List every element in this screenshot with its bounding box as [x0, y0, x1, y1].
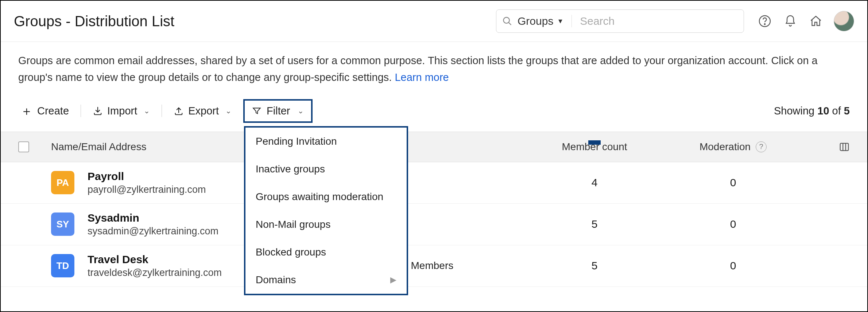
table-row[interactable]: TD Travel Desk traveldesk@zylkertraining…: [1, 245, 867, 287]
table-row[interactable]: PA Payroll payroll@zylkertraining.com Me…: [1, 162, 867, 204]
import-icon: [93, 106, 103, 116]
svg-rect-4: [840, 143, 849, 151]
chevron-down-icon: ⌄: [225, 106, 232, 115]
chevron-down-icon: ⌄: [298, 106, 304, 115]
avatar[interactable]: [834, 11, 854, 31]
group-avatar: PA: [51, 171, 74, 194]
page-description: Groups are common email addresses, share…: [1, 42, 867, 86]
filter-option-blocked-groups[interactable]: Blocked groups: [245, 238, 407, 266]
showing-count: Showing 10 of 5: [774, 105, 850, 117]
group-email: traveldesk@zylkertraining.com: [88, 267, 222, 278]
svg-point-0: [504, 17, 509, 23]
home-icon[interactable]: [808, 13, 824, 29]
table-header: Name/Email Address ? Member count Modera…: [1, 132, 867, 162]
group-email: sysadmin@zylkertraining.com: [88, 226, 218, 237]
create-button[interactable]: ＋ Create: [18, 102, 71, 119]
help-icon[interactable]: ?: [756, 141, 767, 152]
filter-button[interactable]: Filter ⌄: [243, 99, 312, 123]
import-button[interactable]: Import ⌄: [90, 103, 152, 119]
group-avatar: SY: [51, 212, 74, 236]
group-email: payroll@zylkertraining.com: [88, 184, 206, 195]
chevron-down-icon: ⌄: [144, 106, 150, 115]
filter-icon: [252, 106, 261, 116]
group-moderation: 0: [664, 176, 802, 189]
help-icon[interactable]: [757, 13, 772, 29]
search-scope-label: Groups: [518, 15, 553, 27]
group-name[interactable]: Sysadmin: [88, 212, 218, 224]
table-row[interactable]: SY Sysadmin sysadmin@zylkertraining.com …: [1, 204, 867, 245]
group-name[interactable]: Payroll: [88, 170, 206, 183]
search-icon: [502, 16, 512, 26]
plus-icon: ＋: [20, 105, 33, 117]
chevron-right-icon: ▶: [390, 275, 396, 285]
search-box[interactable]: Groups ▼: [496, 9, 744, 33]
column-member-count[interactable]: Member count: [525, 141, 664, 153]
group-moderation: 0: [664, 260, 802, 272]
group-member-count: 5: [525, 218, 664, 230]
column-moderation[interactable]: Moderation ?: [664, 141, 802, 153]
filter-dropdown: Pending Invitation Inactive groups Group…: [244, 126, 408, 295]
group-member-count: 4: [525, 176, 664, 189]
page-title: Groups - Distribution List: [14, 13, 174, 30]
column-settings-icon[interactable]: [839, 141, 850, 152]
caret-down-icon: ▼: [557, 17, 563, 25]
filter-option-pending-invitation[interactable]: Pending Invitation: [245, 128, 407, 155]
sort-indicator: [588, 140, 601, 145]
filter-option-domains[interactable]: Domains ▶: [245, 266, 407, 294]
search-scope-dropdown[interactable]: Groups ▼: [518, 15, 572, 27]
group-moderation: 0: [664, 218, 802, 230]
search-input[interactable]: [580, 15, 738, 27]
separator: [81, 105, 81, 117]
export-icon: [174, 106, 184, 116]
filter-option-inactive-groups[interactable]: Inactive groups: [245, 155, 407, 183]
export-button[interactable]: Export ⌄: [171, 103, 234, 119]
select-all-checkbox[interactable]: [18, 141, 29, 152]
group-name[interactable]: Travel Desk: [88, 253, 222, 266]
bell-icon[interactable]: [783, 13, 798, 29]
svg-point-3: [764, 24, 765, 24]
group-member-count: 5: [525, 260, 664, 272]
group-avatar: TD: [51, 254, 74, 277]
svg-line-1: [509, 23, 511, 25]
learn-more-link[interactable]: Learn more: [395, 71, 449, 83]
filter-option-groups-awaiting-moderation[interactable]: Groups awaiting moderation: [245, 183, 407, 211]
separator: [162, 105, 162, 117]
filter-option-non-mail-groups[interactable]: Non-Mail groups: [245, 211, 407, 238]
